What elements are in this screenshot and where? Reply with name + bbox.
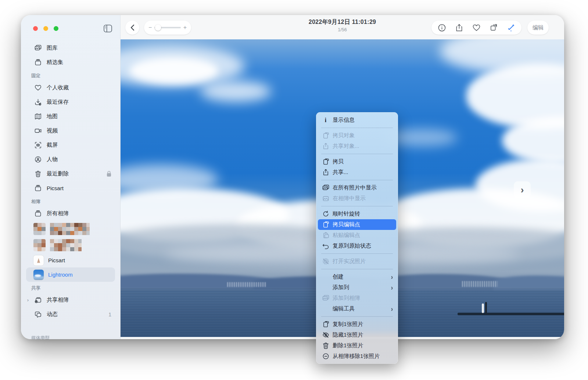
zoom-slider-track[interactable] bbox=[154, 27, 180, 28]
rotate-icon bbox=[322, 211, 329, 217]
auto-enhance-icon[interactable] bbox=[507, 24, 515, 32]
videos-icon bbox=[33, 127, 42, 135]
sidebar-item-picsart-pinned[interactable]: Picsart bbox=[26, 181, 115, 195]
sidebar-item-all-albums[interactable]: 所有相簿 bbox=[26, 206, 115, 221]
info-icon[interactable] bbox=[438, 24, 446, 32]
sidebar-item-label: 视频 bbox=[47, 127, 58, 134]
picsart-album-thumbnail bbox=[33, 255, 44, 266]
lightroom-album-thumbnail bbox=[33, 270, 44, 280]
sidebar-item-recently-saved[interactable]: 最近保存 bbox=[26, 95, 115, 109]
sidebar-item-lightroom-album[interactable]: Lightroom bbox=[26, 267, 115, 282]
menu-item-copy-subject: 拷贝对象 bbox=[318, 130, 396, 141]
menu-item-label: 在所有照片中显示 bbox=[333, 184, 377, 191]
sidebar-item-label: 最近删除 bbox=[47, 170, 69, 177]
menu-divider bbox=[321, 128, 393, 128]
menu-item-rotate-clockwise[interactable]: 顺时针旋转 bbox=[318, 209, 396, 219]
sidebar-item-recently-deleted[interactable]: 最近删除 bbox=[26, 167, 115, 181]
sidebar-item-screenshots[interactable]: 截屏 bbox=[26, 138, 115, 152]
sidebar-item-label: Picsart bbox=[48, 257, 65, 263]
undo-icon bbox=[322, 243, 329, 249]
sidebar-section-header: 共享 bbox=[26, 282, 115, 293]
menu-divider bbox=[321, 206, 393, 206]
clipboard-icon bbox=[322, 221, 329, 228]
sidebar-item-people[interactable]: 人物 bbox=[26, 152, 115, 167]
sidebar-item-censored-album-1[interactable] bbox=[26, 221, 115, 237]
menu-item-add-to-album: 添加到相簿 bbox=[318, 293, 396, 303]
sidebar-item-collections[interactable]: 精选集 bbox=[26, 55, 115, 70]
zoom-slider-knob[interactable] bbox=[155, 25, 161, 31]
menu-item-play-live-photo: 打开实况照片 bbox=[318, 256, 396, 267]
collections-icon bbox=[33, 58, 42, 67]
recently-saved-icon bbox=[33, 98, 42, 107]
sidebar-section-header: 固定 bbox=[26, 70, 115, 81]
menu-item-copy-edits[interactable]: 拷贝编辑点 bbox=[318, 219, 396, 230]
sidebar-list: 图库精选集固定个人收藏最近保存地图视频截屏人物最近删除Picsart相簿所有相簿… bbox=[21, 38, 120, 339]
submenu-chevron-icon: › bbox=[391, 284, 393, 291]
menu-item-duplicate-photo[interactable]: 复制1张照片 bbox=[318, 319, 396, 330]
sidebar-item-activity[interactable]: 动态1 bbox=[26, 307, 115, 322]
edit-button[interactable]: 编辑 bbox=[527, 21, 549, 35]
menu-item-share-subject: 共享对象... bbox=[318, 141, 396, 152]
menu-item-delete-photo[interactable]: 删除1张照片 bbox=[318, 340, 396, 351]
menu-item-show-info[interactable]: i显示信息 bbox=[318, 115, 396, 125]
menu-item-label: 拷贝对象 bbox=[333, 132, 355, 139]
menu-item-label: 共享对象... bbox=[333, 143, 359, 150]
sidebar-item-picsart-album[interactable]: Picsart bbox=[26, 253, 115, 267]
sidebar-item-label: 地图 bbox=[47, 113, 58, 120]
menu-item-show-in-all-photos[interactable]: 在所有照片中显示 bbox=[318, 182, 396, 193]
menu-item-label: 显示信息 bbox=[333, 117, 355, 124]
zoom-in-label[interactable]: + bbox=[183, 24, 187, 31]
menu-item-label: 复制1张照片 bbox=[333, 321, 363, 328]
sidebar-item-censored-album-2[interactable] bbox=[26, 237, 115, 253]
share-icon[interactable] bbox=[455, 24, 463, 32]
zoom-button[interactable] bbox=[54, 26, 58, 31]
zoom-slider[interactable]: − + bbox=[144, 21, 191, 35]
sidebar-item-label: 共享相簿 bbox=[47, 296, 69, 303]
menu-item-label: 创建 bbox=[333, 273, 344, 280]
menu-divider bbox=[321, 180, 393, 180]
submenu-chevron-icon: › bbox=[391, 305, 393, 313]
menu-item-label: 拷贝 bbox=[333, 158, 344, 165]
menu-item-remove-from-album[interactable]: 从相簿移除1张照片 bbox=[318, 351, 396, 362]
menu-item-show-in-album: 在相簿中显示 bbox=[318, 193, 396, 204]
sidebar-item-label: 人物 bbox=[47, 156, 58, 163]
favorite-icon[interactable] bbox=[473, 24, 480, 32]
album-icon bbox=[322, 195, 329, 202]
activity-badge: 1 bbox=[108, 312, 111, 317]
next-photo-button[interactable]: › bbox=[514, 181, 531, 198]
menu-item-copy[interactable]: 拷贝 bbox=[318, 156, 396, 167]
menu-item-share[interactable]: 共享... bbox=[318, 167, 396, 178]
sidebar-item-label: 最近保存 bbox=[47, 99, 69, 106]
minimize-button[interactable] bbox=[43, 26, 48, 31]
sidebar-item-map[interactable]: 地图 bbox=[26, 109, 115, 124]
menu-item-edit-tools[interactable]: 编辑工具› bbox=[318, 303, 396, 314]
pier-silhouette bbox=[458, 313, 564, 315]
sidebar-item-library[interactable]: 图库 bbox=[26, 41, 115, 55]
menu-item-add-to[interactable]: 添加到› bbox=[318, 282, 396, 293]
sidebar-item-label: Picsart bbox=[47, 185, 64, 191]
sidebar-item-label: 动态 bbox=[47, 311, 58, 318]
close-button[interactable] bbox=[33, 26, 38, 31]
sidebar-item-shared-albums[interactable]: ›共享相簿 bbox=[26, 293, 115, 307]
menu-item-hide-photo[interactable]: 隐藏1张照片 bbox=[318, 330, 396, 340]
menu-item-revert-to-original[interactable]: 复原到原始状态 bbox=[318, 241, 396, 251]
menu-item-label: 粘贴编辑点 bbox=[333, 232, 360, 239]
disclosure-chevron-icon[interactable]: › bbox=[25, 297, 31, 303]
recently-deleted-icon bbox=[33, 170, 42, 178]
share-icon bbox=[322, 143, 329, 150]
window-controls bbox=[33, 26, 58, 31]
sidebar-item-videos[interactable]: 视频 bbox=[26, 124, 115, 138]
menu-item-label: 在相簿中显示 bbox=[333, 195, 366, 202]
photos-icon bbox=[322, 185, 329, 191]
censored-album-name bbox=[50, 239, 82, 251]
info-icon: i bbox=[322, 117, 329, 124]
sidebar-item-label: 截屏 bbox=[47, 142, 58, 149]
back-button[interactable] bbox=[125, 21, 139, 35]
sidebar-toggle-icon[interactable] bbox=[104, 25, 112, 32]
menu-item-create[interactable]: 创建› bbox=[318, 271, 396, 282]
rotate-icon[interactable] bbox=[490, 24, 498, 32]
sidebar-item-favorites[interactable]: 个人收藏 bbox=[26, 81, 115, 95]
menu-divider bbox=[321, 253, 393, 254]
zoom-out-label[interactable]: − bbox=[148, 24, 152, 31]
people-icon bbox=[33, 155, 42, 164]
